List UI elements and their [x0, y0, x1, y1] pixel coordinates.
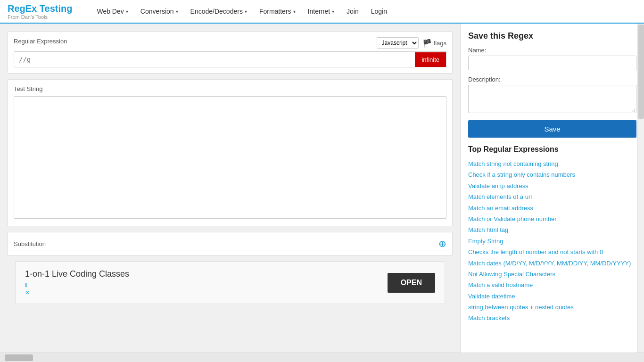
regex-link[interactable]: Match html tag	[468, 224, 636, 235]
substitution-section: Substitution ⊕	[8, 232, 453, 255]
bottom-scrollbar[interactable]	[0, 353, 644, 362]
regex-field-wrapper: infinite	[14, 51, 446, 67]
regex-section-label: Regular Expression	[14, 38, 67, 45]
nav-item-formatters[interactable]: Formatters▾	[254, 0, 301, 23]
ad-info-icon[interactable]: ℹ	[25, 282, 129, 288]
main-container: Regular Expression Javascript 🏴 flags in…	[0, 24, 644, 353]
ad-icons: ℹ ✕	[25, 282, 129, 296]
infinite-button[interactable]: infinite	[415, 52, 446, 67]
regex-link[interactable]: Match elements of a url	[468, 191, 636, 202]
chevron-down-icon: ▾	[245, 9, 247, 14]
ad-banner: 1-on-1 Live Coding Classes ℹ ✕ OPEN	[15, 261, 445, 304]
regex-input[interactable]	[14, 52, 415, 67]
test-string-label: Test String	[14, 85, 446, 92]
ad-open-button[interactable]: OPEN	[388, 273, 435, 293]
regex-section: Regular Expression Javascript 🏴 flags in…	[8, 31, 453, 74]
brand-logo[interactable]: RegEx Testing From Dan's Tools	[8, 3, 72, 20]
regex-link[interactable]: string between quotes + nested quotes	[468, 302, 636, 313]
chevron-down-icon: ▾	[332, 9, 334, 14]
regex-link[interactable]: Match dates (M/D/YY, M/D/YYY, MM/DD/YY, …	[468, 258, 636, 269]
description-label: Description:	[468, 76, 636, 83]
nav-item-login[interactable]: Login	[365, 0, 393, 23]
nav-item-internet[interactable]: Internet▾	[302, 0, 340, 23]
hscroll-thumb	[5, 354, 33, 361]
regex-link[interactable]: Match a valid hostname	[468, 280, 636, 290]
right-scrollbar[interactable]	[637, 24, 644, 353]
save-button[interactable]: Save	[468, 120, 636, 138]
description-input[interactable]	[468, 85, 636, 113]
nav-item-web-dev[interactable]: Web Dev▾	[91, 0, 133, 23]
add-substitution-button[interactable]: ⊕	[438, 238, 446, 249]
main-nav: Web Dev▾Conversion▾Encode/Decoders▾Forma…	[91, 0, 636, 23]
nav-item-conversion[interactable]: Conversion▾	[135, 0, 184, 23]
chevron-down-icon: ▾	[293, 9, 296, 14]
regex-link[interactable]: Empty String	[468, 236, 636, 247]
test-string-input[interactable]	[14, 96, 446, 219]
chevron-down-icon: ▾	[126, 9, 128, 14]
brand-subtitle: From Dan's Tools	[8, 14, 72, 20]
regex-link[interactable]: Validate datetime	[468, 291, 636, 302]
regex-link[interactable]: Check if a string only contains numbers	[468, 169, 636, 180]
nav-item-encodedecoders[interactable]: Encode/Decoders▾	[185, 0, 253, 23]
flags-button[interactable]: 🏴 flags	[422, 39, 446, 48]
top-regex-title: Top Regular Expressions	[468, 145, 636, 154]
flags-label: flags	[434, 40, 446, 47]
regex-link[interactable]: Match an email address	[468, 203, 636, 214]
regex-link[interactable]: Checks the length of number and not star…	[468, 247, 636, 257]
name-input[interactable]	[468, 56, 636, 70]
regex-link[interactable]: Match brackets	[468, 313, 636, 323]
regex-link[interactable]: Match or Validate phone number	[468, 214, 636, 224]
brand-title: RegEx Testing	[8, 3, 72, 14]
substitution-label: Substitution	[14, 240, 46, 247]
save-title: Save this Regex	[468, 31, 636, 41]
navbar: RegEx Testing From Dan's Tools Web Dev▾C…	[0, 0, 644, 24]
chevron-down-icon: ▾	[176, 9, 178, 14]
test-string-section: Test String	[8, 79, 453, 226]
regex-link[interactable]: Validate an ip address	[468, 181, 636, 191]
flag-icon: 🏴	[422, 39, 432, 48]
name-label: Name:	[468, 47, 636, 54]
nav-item-join[interactable]: Join	[341, 0, 364, 23]
regex-link[interactable]: Match string not containing string	[468, 158, 636, 169]
left-panel: Regular Expression Javascript 🏴 flags in…	[0, 24, 460, 353]
scrollbar-thumb	[638, 25, 644, 119]
language-select[interactable]: Javascript	[377, 37, 419, 49]
ad-text: 1-on-1 Live Coding Classes	[25, 269, 129, 279]
regex-link[interactable]: Not Allowing Special Characters	[468, 269, 636, 280]
top-regex-list: Match string not containing stringCheck …	[468, 158, 636, 324]
right-panel: Save this Regex Name: Description: Save …	[460, 24, 644, 353]
ad-close-icon[interactable]: ✕	[25, 289, 129, 296]
